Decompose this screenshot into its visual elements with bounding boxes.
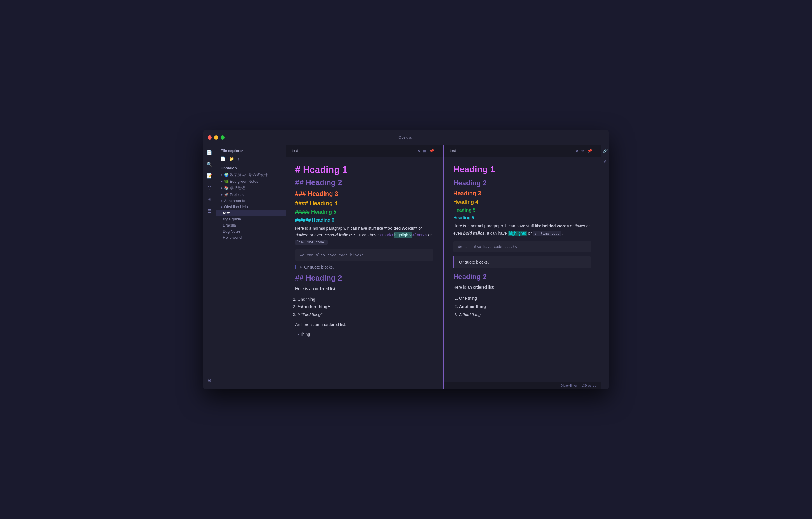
traffic-lights <box>208 135 225 139</box>
sidebar-item-attachments[interactable]: ▶ Attachments <box>216 198 286 204</box>
sidebar-item-读书笔记[interactable]: ▶ 📚 读书笔记 <box>216 185 286 191</box>
chevron-icon: ▶ <box>221 199 223 202</box>
editor-unordered-intro: An here is an unordered list: <box>295 321 433 328</box>
chevron-icon: ▶ <box>221 205 223 209</box>
sidebar-item-obsidian-help[interactable]: ▶ Obsidian Help <box>216 204 286 210</box>
editor-para1: Here is a normal paragraph. It can have … <box>295 225 433 246</box>
tab-title: test <box>450 148 456 153</box>
calendar-icon[interactable]: ☰ <box>204 206 215 216</box>
new-folder-icon[interactable]: 📁 <box>229 157 234 161</box>
right-sidebar: 🔗 # <box>601 145 609 389</box>
backlinks-count: 0 backlinks <box>561 384 577 387</box>
editor-unordered-list: Thing <box>295 332 433 336</box>
preview-code-block: We can also have code blocks. <box>453 241 591 252</box>
preview-tab-bar: test ✕ ✏ 📌 ⋯ <box>444 145 601 157</box>
vault-label: Obsidian <box>216 165 286 171</box>
preview-h1: Heading 1 <box>453 164 591 174</box>
list-item: A *third thing* <box>297 311 433 318</box>
editor-h5: ##### Heading 5 <box>295 209 433 215</box>
content-area: test ✕ ▤ 📌 ⋯ # Heading 1 ## Heading 2 ##… <box>286 145 609 389</box>
sort-icon[interactable]: ↕ <box>237 157 239 161</box>
editor-code-block: We can also have code blocks. <box>295 249 433 261</box>
file-explorer-header: File explorer <box>216 145 286 155</box>
editor-h2-2: ## Heading 2 <box>295 274 433 282</box>
sidebar-item-test[interactable]: test <box>216 210 286 216</box>
tree-item-label: style guide <box>223 217 241 221</box>
file-tree: Obsidian ▶ 🌍 数字游民生活方式设计 ▶ 🌿 Evergreen No… <box>216 163 286 389</box>
preview-pane: test ✕ ✏ 📌 ⋯ Heading 1 Heading 2 Heading… <box>444 145 601 389</box>
preview-h3: Heading 3 <box>453 190 591 197</box>
sidebar-item-evergreen[interactable]: ▶ 🌿 Evergreen Notes <box>216 179 286 185</box>
preview-content[interactable]: Heading 1 Heading 2 Heading 3 Heading 4 … <box>444 157 601 382</box>
preview-ordered-intro: Here is an ordered list: <box>453 284 591 291</box>
preview-h2-2: Heading 2 <box>453 273 591 281</box>
preview-more-button[interactable]: ⋯ <box>594 148 599 153</box>
sidebar-item-数字游民[interactable]: ▶ 🌍 数字游民生活方式设计 <box>216 171 286 179</box>
editor-h6: ###### Heading 6 <box>295 217 433 223</box>
editor-ordered-list: One thing **Another thing** A *third thi… <box>295 296 433 318</box>
new-file-icon[interactable]: 📄 <box>221 157 226 161</box>
chevron-icon: ▶ <box>221 193 223 196</box>
preview-para1: Here is a normal paragraph. It can have … <box>453 222 591 237</box>
note-sync-icon[interactable]: 📝 <box>204 171 215 181</box>
preview-edit-button[interactable]: ✏ <box>581 148 585 153</box>
tree-item-label: 读书笔记 <box>230 185 245 191</box>
editor-h4: #### Heading 4 <box>295 200 433 207</box>
status-bar: 0 backlinks 139 words <box>444 382 601 389</box>
editor-tab-test[interactable]: test <box>288 146 301 156</box>
sidebar-item-dracula[interactable]: Dracula <box>216 222 286 228</box>
list-item: **Another thing** <box>297 304 433 310</box>
editor-more-button[interactable]: ⋯ <box>436 148 440 153</box>
app-window: Obsidian 📄 🔍 📝 ⬡ ⊞ ☰ ⚙ File explorer 📄 📁… <box>203 130 609 389</box>
chevron-icon: ▶ <box>221 173 223 176</box>
list-item: A third thing <box>459 311 591 319</box>
preview-tab-actions: ✕ ✏ 📌 ⋯ <box>576 148 599 153</box>
word-count: 139 words <box>581 384 596 387</box>
preview-h5: Heading 5 <box>453 208 591 213</box>
tags-icon[interactable]: # <box>602 158 609 165</box>
editor-tab-actions: ✕ ▤ 📌 ⋯ <box>417 148 440 153</box>
sidebar-item-bug-notes[interactable]: Bug Notes <box>216 228 286 235</box>
sidebar-item-hello-world[interactable]: Hello world <box>216 235 286 241</box>
list-item: One thing <box>297 296 433 302</box>
preview-tab-test[interactable]: test <box>446 146 459 156</box>
preview-h6: Heading 6 <box>453 215 591 220</box>
tree-item-label: Dracula <box>223 223 236 227</box>
preview-pin-button[interactable]: 📌 <box>587 148 592 153</box>
app-title: Obsidian <box>399 135 413 139</box>
preview-h2: Heading 2 <box>453 179 591 187</box>
preview-h4: Heading 4 <box>453 199 591 205</box>
files-icon[interactable]: 📄 <box>204 147 215 158</box>
tree-item-label: Evergreen Notes <box>230 179 258 184</box>
editor-h3: ### Heading 3 <box>295 190 433 198</box>
settings-icon[interactable]: ⚙ <box>204 375 215 386</box>
file-explorer-toolbar: 📄 📁 ↕ <box>216 155 286 163</box>
editor-blockquote: > Or quote blocks. <box>295 265 433 269</box>
graph-view-icon[interactable]: ⬡ <box>204 183 215 193</box>
tree-item-label: Obsidian Help <box>224 204 248 209</box>
tree-item-label: test <box>223 211 230 215</box>
plugin-market-icon[interactable]: ⊞ <box>204 194 215 204</box>
editor-content[interactable]: # Heading 1 ## Heading 2 ### Heading 3 #… <box>286 157 443 389</box>
editor-pane: test ✕ ▤ 📌 ⋯ # Heading 1 ## Heading 2 ##… <box>286 145 443 389</box>
editor-ordered-intro: Here is an ordered list: <box>295 285 433 293</box>
sidebar-icons: 📄 🔍 📝 ⬡ ⊞ ☰ ⚙ <box>203 145 216 389</box>
editor-close-button[interactable]: ✕ <box>417 148 420 153</box>
editor-pin-button[interactable]: 📌 <box>429 148 434 153</box>
editor-h2: ## Heading 2 <box>295 178 433 187</box>
file-explorer: File explorer 📄 📁 ↕ Obsidian ▶ 🌍 数字游民生活方… <box>216 145 286 389</box>
preview-close-button[interactable]: ✕ <box>576 148 579 153</box>
sidebar-item-projects[interactable]: ▶ 🚀 Projects <box>216 191 286 198</box>
sidebar-item-style-guide[interactable]: style guide <box>216 216 286 222</box>
tree-item-label: Attachments <box>224 198 245 203</box>
backlinks-icon[interactable]: 🔗 <box>602 147 609 155</box>
maximize-button[interactable] <box>221 135 225 139</box>
list-item: One thing <box>459 295 591 302</box>
preview-ordered-list: One thing Another thing A third thing <box>453 295 591 318</box>
search-icon[interactable]: 🔍 <box>204 159 215 170</box>
minimize-button[interactable] <box>214 135 218 139</box>
tab-title: test <box>292 148 298 153</box>
editor-view-toggle[interactable]: ▤ <box>423 148 427 153</box>
tree-item-label: 数字游民生活方式设计 <box>230 172 268 177</box>
close-button[interactable] <box>208 135 212 139</box>
